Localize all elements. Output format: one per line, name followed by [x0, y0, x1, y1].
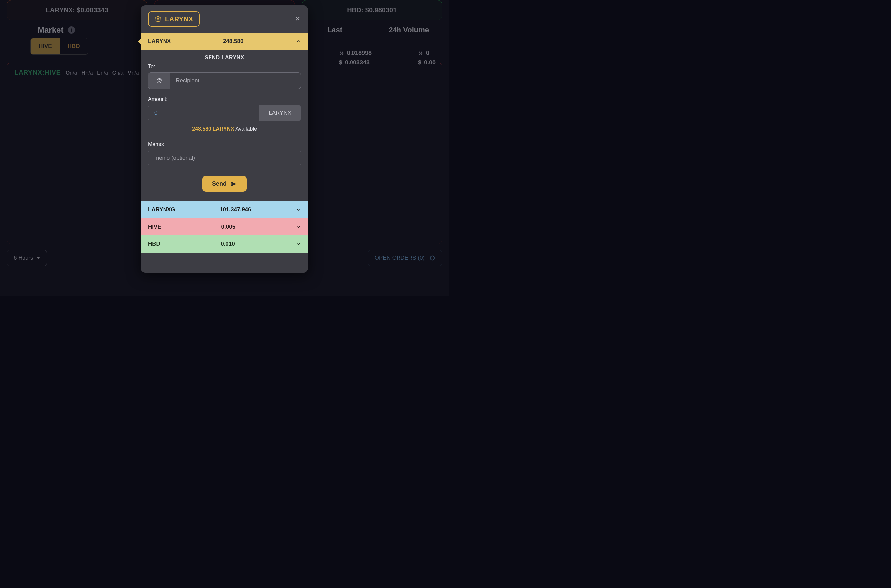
- svg-point-0: [157, 18, 159, 20]
- chevron-down-icon: [296, 207, 301, 212]
- chevron-down-icon: [296, 224, 301, 230]
- chevron-up-icon: [296, 39, 301, 44]
- wallet-modal: LARYNX LARYNX 248.580 SEND LARYNX To: @ …: [141, 5, 308, 273]
- amount-unit: LARYNX: [259, 105, 301, 121]
- memo-group: [148, 150, 301, 166]
- modal-overlay[interactable]: LARYNX LARYNX 248.580 SEND LARYNX To: @ …: [0, 0, 449, 296]
- token-badge: LARYNX: [148, 11, 200, 27]
- send-title: SEND LARYNX: [148, 55, 301, 60]
- accordion-larynx-balance: 248.580: [223, 38, 243, 45]
- send-button-label: Send: [212, 180, 227, 187]
- to-label: To:: [148, 64, 301, 70]
- accordion-larynxg[interactable]: LARYNXG 101,347.946: [141, 201, 308, 218]
- available-amount[interactable]: 248.580 LARYNX: [192, 126, 234, 132]
- at-prefix: @: [148, 73, 170, 88]
- close-icon: [294, 15, 301, 22]
- close-button[interactable]: [294, 15, 301, 24]
- accordion-hive-name: HIVE: [148, 224, 161, 230]
- amount-label: Amount:: [148, 96, 301, 102]
- memo-input[interactable]: [148, 150, 301, 166]
- token-badge-label: LARYNX: [165, 15, 193, 23]
- amount-input[interactable]: [148, 105, 259, 121]
- recipient-group: @: [148, 72, 301, 89]
- accordion-hbd-name: HBD: [148, 241, 160, 248]
- chevron-down-icon: [296, 242, 301, 247]
- accordion-larynxg-balance: 101,347.946: [220, 206, 251, 213]
- accordion-larynx-name: LARYNX: [148, 38, 171, 45]
- gear-icon: [155, 16, 161, 22]
- accordion-hive-balance: 0.005: [221, 224, 236, 230]
- paper-plane-icon: [231, 181, 237, 187]
- recipient-input[interactable]: [170, 73, 301, 88]
- available-suffix: Available: [234, 126, 257, 132]
- accordion-hbd-balance: 0.010: [221, 241, 235, 248]
- available-line: 248.580 LARYNX Available: [148, 126, 301, 132]
- accordion-larynx[interactable]: LARYNX 248.580: [141, 33, 308, 50]
- send-panel: SEND LARYNX To: @ Amount: LARYNX 248.580…: [141, 50, 308, 201]
- accordion-larynxg-name: LARYNXG: [148, 206, 175, 213]
- amount-group: LARYNX: [148, 105, 301, 122]
- send-button[interactable]: Send: [202, 176, 247, 192]
- memo-label: Memo:: [148, 141, 301, 147]
- accordion-hive[interactable]: HIVE 0.005: [141, 218, 308, 236]
- accordion-hbd[interactable]: HBD 0.010: [141, 236, 308, 253]
